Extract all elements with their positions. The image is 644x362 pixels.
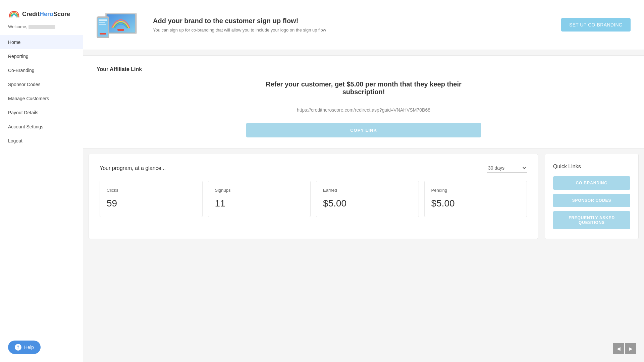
- device-mockup-svg: [97, 8, 144, 42]
- quick-link-co-branding[interactable]: CO BRANDING: [553, 176, 630, 190]
- program-title: Your program, at a glance...: [100, 165, 166, 171]
- affiliate-inner: Refer your customer, get $5.00 per month…: [246, 80, 481, 137]
- sidebar-item-manage-customers[interactable]: Manage Customers: [0, 92, 83, 106]
- main-content: Add your brand to the customer sign up f…: [83, 0, 644, 362]
- stat-signups-label: Signups: [215, 188, 304, 193]
- stat-pending-label: Pending: [431, 188, 520, 193]
- logo: CreditHeroScore: [0, 0, 83, 24]
- affiliate-url-input[interactable]: [246, 104, 481, 116]
- stat-earned-label: Earned: [323, 188, 412, 193]
- sidebar-item-account-settings[interactable]: Account Settings: [0, 120, 83, 134]
- stat-clicks-label: Clicks: [107, 188, 196, 193]
- days-select[interactable]: 30 days 7 days 60 days 90 days: [487, 164, 527, 173]
- quick-links-card: Quick Links CO BRANDING SPONSOR CODES FR…: [545, 154, 639, 239]
- welcome-username: [29, 25, 55, 29]
- stat-pending-value: $5.00: [431, 198, 520, 209]
- svg-rect-10: [100, 33, 106, 35]
- scroll-left-button[interactable]: ◀: [613, 343, 624, 354]
- help-label: Help: [24, 345, 34, 350]
- cobranding-left: Add your brand to the customer sign up f…: [97, 8, 326, 42]
- stat-earned: Earned $5.00: [316, 181, 419, 217]
- svg-rect-7: [99, 19, 107, 21]
- stat-pending: Pending $5.00: [424, 181, 527, 217]
- logo-credit: Credit: [22, 11, 40, 17]
- logo-text: CreditHeroScore: [22, 11, 70, 18]
- logo-score: Score: [53, 11, 70, 17]
- sidebar-item-payout-details[interactable]: Payout Details: [0, 106, 83, 120]
- sidebar-nav: Home Reporting Co-Branding Sponsor Codes…: [0, 35, 83, 335]
- cobranding-title: Add your brand to the customer sign up f…: [153, 17, 326, 25]
- quick-link-faq[interactable]: FREQUENTLY ASKED QUESTIONS: [553, 211, 630, 229]
- sidebar-item-sponsor-codes[interactable]: Sponsor Codes: [0, 77, 83, 92]
- help-button[interactable]: ? Help: [8, 341, 41, 354]
- stats-section: Your program, at a glance... 30 days 7 d…: [83, 154, 644, 244]
- stat-clicks-value: 59: [107, 198, 196, 209]
- sidebar-item-home[interactable]: Home: [0, 35, 83, 49]
- stat-clicks: Clicks 59: [100, 181, 203, 217]
- welcome-label: Welcome,: [8, 24, 28, 29]
- quick-links-title: Quick Links: [553, 164, 630, 170]
- help-icon: ?: [15, 344, 21, 351]
- stat-signups-value: 11: [215, 198, 304, 209]
- sidebar-welcome: Welcome,: [0, 24, 83, 35]
- stats-grid: Clicks 59 Signups 11 Earned $5.00 Pendin…: [100, 181, 527, 217]
- sidebar-bottom: ? Help: [0, 335, 83, 362]
- sidebar-item-reporting[interactable]: Reporting: [0, 49, 83, 63]
- scroll-nav: ◀ ▶: [613, 343, 636, 354]
- logo-icon: [8, 9, 20, 19]
- stat-earned-value: $5.00: [323, 198, 412, 209]
- cobranding-image: [97, 8, 144, 42]
- svg-rect-9: [99, 24, 106, 25]
- svg-rect-8: [99, 22, 105, 23]
- stat-signups: Signups 11: [208, 181, 311, 217]
- program-card-header: Your program, at a glance... 30 days 7 d…: [100, 164, 527, 173]
- setup-cobranding-button[interactable]: SET UP CO-BRANDING: [561, 18, 631, 32]
- scroll-right-button[interactable]: ▶: [625, 343, 636, 354]
- sidebar-item-co-branding[interactable]: Co-Branding: [0, 63, 83, 77]
- sidebar-item-logout[interactable]: Logout: [0, 134, 83, 148]
- cobranding-banner: Add your brand to the customer sign up f…: [83, 0, 644, 50]
- cobranding-description: You can sign up for co-branding that wil…: [153, 27, 326, 33]
- copy-link-button[interactable]: COPY LINK: [246, 123, 481, 137]
- svg-rect-4: [117, 29, 124, 31]
- affiliate-section: Your Affiliate Link Refer your customer,…: [83, 55, 644, 148]
- affiliate-tagline: Refer your customer, get $5.00 per month…: [246, 80, 481, 96]
- affiliate-section-title: Your Affiliate Link: [97, 66, 631, 72]
- cobranding-text: Add your brand to the customer sign up f…: [153, 17, 326, 33]
- sidebar: CreditHeroScore Welcome, Home Reporting …: [0, 0, 83, 362]
- program-card: Your program, at a glance... 30 days 7 d…: [89, 154, 538, 239]
- logo-hero: Hero: [40, 11, 53, 17]
- quick-link-sponsor-codes[interactable]: SPONSOR CODES: [553, 194, 630, 207]
